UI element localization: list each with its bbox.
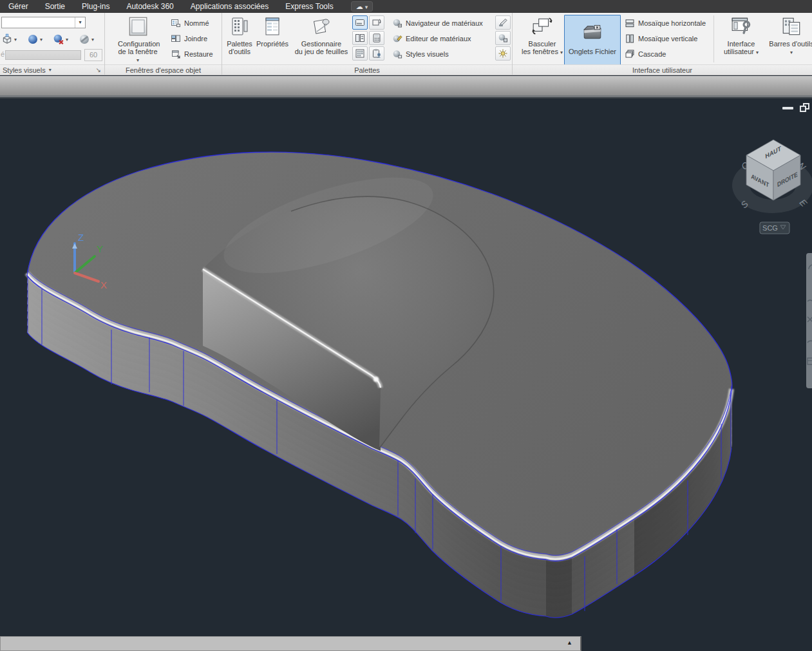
sun-properties-button[interactable] xyxy=(495,46,511,61)
named-viewports-button[interactable]: Nommé xyxy=(171,17,209,30)
visual-style-shaded-button[interactable]: ▾ xyxy=(27,32,42,46)
panel-launcher-icon[interactable]: ↘ xyxy=(96,65,101,75)
item-label: Restaure xyxy=(184,50,213,58)
menu-express-tools[interactable]: Express Tools xyxy=(277,0,341,13)
designcenter-button[interactable] xyxy=(352,31,368,45)
panel-separator xyxy=(713,15,714,62)
restore-viewport-button[interactable]: Restaure xyxy=(171,48,213,61)
quickcalc-button[interactable] xyxy=(369,31,384,45)
chevron-down-icon: ▾ xyxy=(756,50,759,55)
tool-palettes-button[interactable]: Palettes d'outils xyxy=(225,15,254,55)
chevron-down-icon: ▾ xyxy=(790,50,793,55)
viewport-config-icon xyxy=(127,15,149,37)
opacity-label-fragment: é xyxy=(1,50,5,58)
panel-label-styles-visuels[interactable]: Styles visuels ▾ ↘ xyxy=(0,64,104,75)
item-label: Nommé xyxy=(184,19,209,27)
minimize-button[interactable] xyxy=(782,107,793,109)
material-editor-button[interactable]: Editeur de matériaux xyxy=(392,32,471,45)
command-line-palette-button[interactable] xyxy=(352,15,368,30)
join-viewports-button[interactable]: Joindre xyxy=(171,32,207,45)
panel-label-interface-utilisateur[interactable]: Interface utilisateur xyxy=(513,64,812,75)
blue-sphere-icon xyxy=(27,33,39,45)
item-label: Joindre xyxy=(184,35,207,42)
item-label: Navigateur de matériaux xyxy=(406,19,483,27)
user-interface-button[interactable]: Interface utilisateur ▾ xyxy=(720,15,762,57)
button-label: Configuration xyxy=(118,40,158,48)
scg-label: SCG xyxy=(762,224,778,232)
opacity-slider[interactable] xyxy=(5,50,81,60)
cascade-button[interactable]: Cascade xyxy=(625,48,666,61)
chevron-down-icon: ▾ xyxy=(66,37,68,42)
expand-grip-icon[interactable]: ▲ xyxy=(567,639,572,646)
item-label: Mosaïque verticale xyxy=(638,35,697,42)
properties-icon xyxy=(262,15,283,37)
command-line-icon xyxy=(355,17,365,28)
properties-button[interactable]: Propriétés xyxy=(256,15,289,48)
ui-wrench-icon xyxy=(730,15,752,37)
material-browser-button[interactable]: Navigateur de matériaux xyxy=(392,17,483,30)
button-label: Onglets Fichier xyxy=(565,48,620,55)
button-label: les fenêtres xyxy=(522,48,558,55)
scg-button[interactable]: SCG xyxy=(760,222,789,234)
autocad-window: Gérer Sortie Plug-ins Autodesk 360 Appli… xyxy=(0,0,812,651)
visual-style-xray-button[interactable]: ▾ xyxy=(53,32,68,46)
panel-interface-utilisateur: Basculer les fenêtres ▾ Onglets Fichier … xyxy=(513,13,812,75)
visual-style-combo[interactable]: ▾ xyxy=(1,17,86,28)
window-arrow-icon xyxy=(372,17,382,28)
named-viewport-icon xyxy=(171,18,181,28)
viewcube[interactable]: O N S E HAUT AVANT DROITE xyxy=(732,140,812,213)
panel-label-palettes[interactable]: Palettes xyxy=(222,64,512,75)
restore-viewport-icon xyxy=(171,49,181,59)
tile-vertically-button[interactable]: Mosaïque verticale xyxy=(625,32,697,45)
tool-palettes-icon xyxy=(229,15,250,37)
menu-applications-associees[interactable]: Applications associées xyxy=(182,0,277,13)
file-tabs-button[interactable]: Onglets Fichier xyxy=(564,15,621,65)
viewport-configuration-button[interactable]: Configuration de la fenêtre ▾ xyxy=(118,15,158,64)
switch-windows-button[interactable]: Basculer les fenêtres ▾ xyxy=(522,15,563,57)
materials-palette-button[interactable] xyxy=(495,31,511,45)
chevron-down-icon: ▾ xyxy=(14,37,17,42)
panel-label-fenetres[interactable]: Fenêtres d'espace objet xyxy=(105,64,222,75)
button-label: Palettes xyxy=(225,40,254,48)
visual-style-faces-button[interactable]: ▾ xyxy=(1,32,17,46)
chevron-down-icon[interactable]: ▾ xyxy=(75,17,85,28)
designcenter-icon xyxy=(355,33,365,43)
lights-palette-button[interactable] xyxy=(495,15,511,30)
sheet-set-manager-button[interactable]: Gestionnaire du jeu de feuilles xyxy=(290,15,352,55)
button-label: Barres d'outils xyxy=(766,40,812,48)
restore-button[interactable] xyxy=(800,103,809,112)
menu-autodesk360[interactable]: Autodesk 360 xyxy=(118,0,182,13)
button-label: Interface xyxy=(720,40,762,48)
external-references-button[interactable] xyxy=(352,46,368,61)
item-label: Cascade xyxy=(638,50,666,58)
opacity-value[interactable]: 60 xyxy=(84,49,102,61)
cloud-menu-button[interactable]: ☁ ▾ xyxy=(351,1,373,12)
solid-model[interactable] xyxy=(27,152,732,618)
calculator-icon xyxy=(372,33,382,43)
sphere-slash-icon xyxy=(79,33,90,45)
panel-label-text: Styles visuels xyxy=(3,65,46,75)
ucs-z-label: Z xyxy=(78,232,84,243)
toolbars-button[interactable]: Barres d'outils ▾ xyxy=(766,15,812,57)
button-label: Propriétés xyxy=(256,40,289,48)
clean-screen-button[interactable] xyxy=(369,15,384,30)
restore-front-square xyxy=(800,106,806,112)
visual-style-hidden-button[interactable]: ▾ xyxy=(79,32,94,46)
button-label: Gestionnaire xyxy=(290,40,352,48)
tile-horizontally-button[interactable]: Mosaïque horizontale xyxy=(625,17,706,30)
button-label: d'outils xyxy=(225,48,254,55)
chevron-down-icon: ▾ xyxy=(40,37,42,42)
markup-manager-button[interactable] xyxy=(369,46,384,61)
menu-gerer[interactable]: Gérer xyxy=(0,0,37,13)
sun-icon xyxy=(498,48,508,59)
viewport-canvas[interactable]: Z Y X O N S E HAUT AVANT DROITE SCG xyxy=(0,98,812,651)
menu-plugins[interactable]: Plug-ins xyxy=(73,0,118,13)
visual-styles-palette-button[interactable]: Styles visuels xyxy=(392,48,449,61)
material-sphere-grid-icon xyxy=(392,18,402,28)
menu-sortie[interactable]: Sortie xyxy=(37,0,73,13)
chevron-down-icon: ▾ xyxy=(365,4,368,10)
panel-palettes: Palettes d'outils Propriétés Gestionnair… xyxy=(222,13,513,75)
navigation-bar[interactable] xyxy=(806,253,812,388)
ucs-y-label: Y xyxy=(97,243,103,254)
command-line-bar[interactable]: ▲ xyxy=(0,636,581,651)
